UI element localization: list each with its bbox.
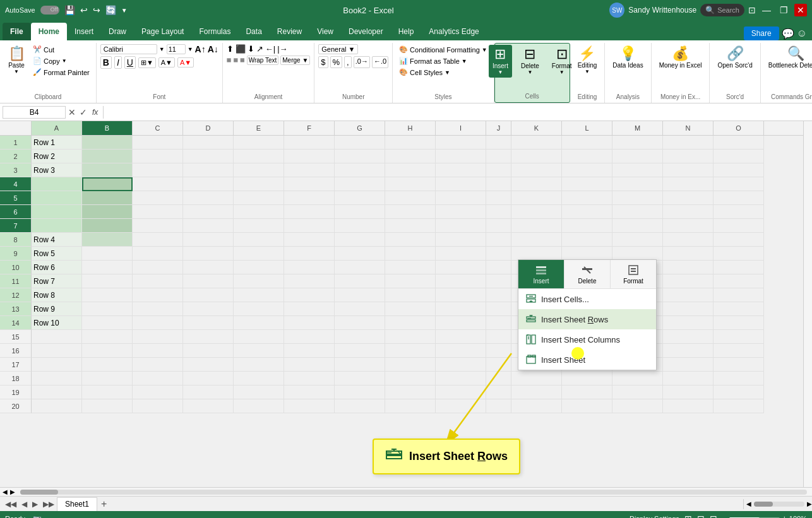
dropdown-insert-btn[interactable]: Insert	[518, 260, 564, 288]
cell-I4[interactable]	[436, 177, 486, 191]
cell-H5[interactable]	[385, 191, 436, 205]
vertical-scrollbar[interactable]	[803, 121, 812, 487]
cell-M6[interactable]	[612, 205, 663, 219]
row-header-12[interactable]: 12	[0, 288, 32, 302]
cell-H9[interactable]	[385, 247, 436, 261]
cell-F12[interactable]	[284, 288, 335, 302]
cell-B17[interactable]	[82, 358, 133, 372]
cell-B16[interactable]	[82, 344, 133, 358]
cell-D7[interactable]	[183, 219, 234, 233]
sheet-hscroll[interactable]	[754, 502, 804, 507]
cell-G8[interactable]	[335, 233, 385, 247]
cell-I17[interactable]	[436, 358, 486, 372]
cell-L7[interactable]	[562, 219, 612, 233]
row-header-19[interactable]: 19	[0, 386, 32, 399]
cell-O6[interactable]	[713, 205, 764, 219]
sheet-scroll-right[interactable]: ▶	[807, 500, 812, 507]
cell-O3[interactable]	[713, 163, 764, 177]
quickaccess-more-icon[interactable]: ▼	[121, 7, 128, 14]
col-header-G[interactable]: G	[335, 121, 385, 135]
cell-N15[interactable]	[663, 330, 713, 344]
cell-F13[interactable]	[284, 302, 335, 316]
cell-B4[interactable]	[82, 177, 133, 191]
cell-A14[interactable]: Row 10	[32, 316, 82, 330]
row-header-7[interactable]: 7	[0, 219, 32, 233]
cell-E15[interactable]	[234, 330, 284, 344]
cell-D5[interactable]	[183, 191, 234, 205]
cell-C11[interactable]	[133, 274, 183, 288]
delete-button[interactable]: ⊟ Delete ▼	[517, 45, 543, 78]
cell-C12[interactable]	[133, 288, 183, 302]
row-header-4[interactable]: 4	[0, 177, 32, 191]
col-header-O[interactable]: O	[713, 121, 764, 135]
cell-O19[interactable]	[713, 386, 764, 399]
cell-B8[interactable]	[82, 233, 133, 247]
cell-F15[interactable]	[284, 330, 335, 344]
cell-I19[interactable]	[436, 386, 486, 399]
cell-A19[interactable]	[32, 386, 82, 399]
comment-icon[interactable]: 💬	[782, 28, 794, 40]
cell-E1[interactable]	[234, 136, 284, 150]
cell-K3[interactable]	[511, 163, 562, 177]
cell-H16[interactable]	[385, 344, 436, 358]
cell-H14[interactable]	[385, 316, 436, 330]
cell-D20[interactable]	[183, 399, 234, 413]
cell-D14[interactable]	[183, 316, 234, 330]
tab-view[interactable]: View	[309, 23, 341, 40]
cell-K20[interactable]	[511, 399, 562, 413]
insert-sheet-columns-item[interactable]: Insert Sheet Columns	[518, 329, 656, 350]
row-header-18[interactable]: 18	[0, 372, 32, 386]
cell-C1[interactable]	[133, 136, 183, 150]
cell-E5[interactable]	[234, 191, 284, 205]
sheet-nav-left[interactable]: ◀	[19, 500, 30, 509]
cell-O8[interactable]	[713, 233, 764, 247]
insert-sheet-rows-item[interactable]: Insert Sheet Rows	[518, 309, 656, 329]
col-header-I[interactable]: I	[436, 121, 486, 135]
cell-E7[interactable]	[234, 219, 284, 233]
undo-icon[interactable]: ↩	[80, 5, 88, 15]
cell-G6[interactable]	[335, 205, 385, 219]
cell-F20[interactable]	[284, 399, 335, 413]
cell-M8[interactable]	[612, 233, 663, 247]
col-header-N[interactable]: N	[663, 121, 713, 135]
col-header-L[interactable]: L	[562, 121, 612, 135]
share-button[interactable]: Share	[744, 26, 779, 40]
sheet-tab-sheet1[interactable]: Sheet1	[57, 497, 97, 511]
row-header-10[interactable]: 10	[0, 261, 32, 274]
col-header-M[interactable]: M	[612, 121, 663, 135]
cell-O17[interactable]	[713, 358, 764, 372]
cell-E3[interactable]	[234, 163, 284, 177]
sheet-nav-last[interactable]: ▶▶	[40, 500, 57, 509]
cell-F7[interactable]	[284, 219, 335, 233]
cell-I12[interactable]	[436, 288, 486, 302]
zoom-in-icon[interactable]: +	[782, 514, 787, 518]
cell-O5[interactable]	[713, 191, 764, 205]
cell-E6[interactable]	[234, 205, 284, 219]
cell-J5[interactable]	[486, 191, 511, 205]
cell-A1[interactable]: Row 1	[32, 136, 82, 150]
cell-H2[interactable]	[385, 150, 436, 163]
cell-E13[interactable]	[234, 302, 284, 316]
zoom-out-icon[interactable]: −	[722, 514, 727, 518]
cell-O11[interactable]	[713, 274, 764, 288]
align-bottom-icon[interactable]: ⬇	[248, 44, 254, 54]
cell-O1[interactable]	[713, 136, 764, 150]
cell-A12[interactable]: Row 8	[32, 288, 82, 302]
font-size-arrow[interactable]: ▼	[188, 46, 193, 52]
currency-button[interactable]: $	[318, 56, 328, 68]
cell-L8[interactable]	[562, 233, 612, 247]
cell-C20[interactable]	[133, 399, 183, 413]
cell-I1[interactable]	[436, 136, 486, 150]
scroll-left-icon[interactable]: ◀	[3, 488, 8, 495]
cell-L19[interactable]	[562, 386, 612, 399]
cell-A4[interactable]	[32, 177, 82, 191]
cell-G18[interactable]	[335, 372, 385, 386]
cell-H1[interactable]	[385, 136, 436, 150]
cell-G2[interactable]	[335, 150, 385, 163]
cell-E14[interactable]	[234, 316, 284, 330]
cell-G14[interactable]	[335, 316, 385, 330]
fill-color-button[interactable]: A▼	[158, 57, 175, 68]
decrease-font-icon[interactable]: A↓	[208, 44, 218, 54]
cell-K19[interactable]	[511, 386, 562, 399]
cell-D8[interactable]	[183, 233, 234, 247]
